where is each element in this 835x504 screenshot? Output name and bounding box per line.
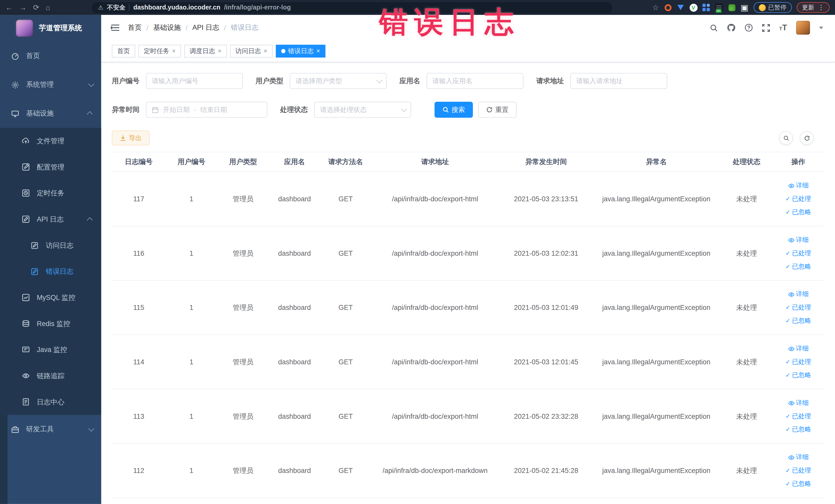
sidebar-item-label: 错误日志 [46,266,93,276]
sidebar-item-log-center[interactable]: 日志中心 [0,389,101,415]
cell-actions: 详细 ✓已处理 ✓已忽略 [774,452,823,488]
extension-icon-grid[interactable] [702,3,710,11]
tab-scheduled-tasks[interactable]: 定时任务 × [138,45,181,58]
sidebar-item-access-log[interactable]: 访问日志 [0,233,101,259]
app-name-input[interactable] [427,73,524,89]
sidebar-item-home[interactable]: 首页 [0,42,101,70]
tab-schedule-log[interactable]: 调度日志 × [184,45,227,58]
mark-processed-link[interactable]: ✓已处理 [786,249,811,258]
mark-processed-link[interactable]: ✓已处理 [786,194,811,203]
mark-processed-link[interactable]: ✓已处理 [786,412,811,421]
sidebar-item-config-management[interactable]: 配置管理 [0,154,101,180]
mark-ignored-link[interactable]: ✓已忽略 [786,316,811,325]
extension-icon-drop[interactable] [677,3,685,11]
browser-reload-icon[interactable]: ⟳ [33,4,39,11]
sidebar-item-redis-monitor[interactable]: Redis 监控 [0,311,101,337]
extension-icon-orange[interactable] [664,3,672,11]
breadcrumb-separator: / [186,24,188,32]
mark-processed-link[interactable]: ✓已处理 [786,466,811,475]
breadcrumb-home[interactable]: 首页 [128,23,142,32]
request-url-input[interactable] [570,73,667,89]
paused-badge[interactable]: 已暂停 [753,2,792,13]
mark-ignored-link[interactable]: ✓已忽略 [786,208,811,217]
security-warning-icon[interactable]: ⚠ [98,4,103,11]
sidebar-item-label: API 日志 [37,215,88,224]
user-type-select[interactable]: 请选择用户类型 [290,73,387,89]
detail-link[interactable]: 详细 [788,181,809,190]
refresh-table-button[interactable] [800,131,814,145]
mark-ignored-link[interactable]: ✓已忽略 [786,425,811,434]
breadcrumb-group[interactable]: API 日志 [192,23,219,32]
sidebar-item-system-management[interactable]: 系统管理 [0,70,101,99]
sidebar-item-label: 研发工具 [26,424,88,434]
reset-button[interactable]: 重置 [478,102,516,118]
export-button[interactable]: 导出 [112,130,150,145]
column-header-time: 异常发生时间 [499,157,593,167]
browser-forward-icon[interactable]: → [19,4,27,11]
tab-access-log[interactable]: 访问日志 × [230,45,272,58]
header-search-icon[interactable] [710,24,718,32]
sidebar-item-label: 文件管理 [37,136,93,146]
detail-link[interactable]: 详细 [788,344,809,353]
browser-back-icon[interactable]: ← [5,4,13,11]
cell-status: 未处理 [719,194,774,204]
mark-ignored-link[interactable]: ✓已忽略 [786,479,811,488]
help-icon[interactable] [745,23,753,32]
sidebar-logo-row[interactable]: 芋道管理系统 [0,15,101,42]
process-status-select[interactable]: 请选择处理状态 [314,102,411,118]
cloud-upload-icon [21,137,30,145]
sidebar-item-scheduled-tasks[interactable]: 定时任务 [0,180,101,206]
sidebar-item-label: 访问日志 [46,241,93,250]
sidebar-item-mysql-monitor[interactable]: MySQL 监控 [0,284,101,311]
avatar-caret-icon[interactable] [819,26,823,29]
bookmark-star-icon[interactable]: ☆ [652,4,659,11]
mark-ignored-link[interactable]: ✓已忽略 [786,262,811,271]
sidebar-item-file-management[interactable]: 文件管理 [0,128,101,154]
extension-icon-v[interactable]: V [690,3,697,11]
mark-ignored-link[interactable]: ✓已忽略 [786,371,811,380]
sidebar-item-api-log[interactable]: API 日志 [0,206,101,233]
tab-close-icon[interactable]: × [172,48,176,55]
tab-home[interactable]: 首页 [112,45,135,58]
sidebar-item-infrastructure[interactable]: 基础设施 [0,99,101,128]
user-id-input[interactable] [146,73,243,89]
tab-close-icon[interactable]: × [264,48,267,55]
mark-processed-link[interactable]: ✓已处理 [786,357,811,366]
cell-method: GET [320,249,371,257]
table-tools [779,131,823,145]
sidebar-item-dev-tools[interactable]: 研发工具 [0,415,101,444]
detail-link[interactable]: 详细 [788,236,809,244]
sidebar-item-trace[interactable]: 链路追踪 [0,363,101,389]
cell-user-type: 管理员 [217,248,269,258]
update-button[interactable]: 更新 ⋮ [797,2,830,13]
mark-processed-link[interactable]: ✓已处理 [786,303,811,312]
cell-user-type: 管理员 [217,303,269,312]
font-size-icon[interactable]: TT [779,23,787,32]
search-button[interactable]: 搜索 [434,102,473,118]
detail-link[interactable]: 详细 [788,399,809,407]
filter-user-id: 用户编号 [112,73,243,89]
address-bar[interactable]: ⚠ 不安全 dashboard.yudao.iocoder.cn /infra/… [91,2,612,13]
tab-error-log[interactable]: 错误日志 × [276,45,325,58]
hamburger-icon[interactable] [111,24,120,31]
breadcrumb-section[interactable]: 基础设施 [153,23,181,32]
avatar[interactable] [796,21,810,35]
fullscreen-icon[interactable] [762,24,770,32]
hide-search-button[interactable] [779,131,793,145]
detail-link[interactable]: 详细 [788,290,809,299]
tab-close-icon[interactable]: × [316,48,320,55]
sidebar-item-java-monitor[interactable]: Java 监控 [0,337,101,363]
table-row: 112 1 管理员 dashboard GET /api/infra/db-do… [112,444,823,498]
sidebar-item-error-log[interactable]: 错误日志 [0,258,101,284]
cell-time: 2021-05-02 21:45:28 [499,466,593,475]
tab-close-icon[interactable]: × [218,48,222,55]
detail-link[interactable]: 详细 [788,452,809,462]
exception-time-range-picker[interactable]: 开始日期 - 结束日期 [146,102,267,118]
extensions-puzzle-icon[interactable]: ▣ [740,3,749,11]
extension-icon-plant[interactable] [728,3,736,11]
github-icon[interactable] [727,23,736,32]
log-edit-icon [30,267,39,275]
extension-icon-on-switch[interactable] [715,3,723,11]
browser-menu-icon[interactable]: ⋮ [818,4,824,11]
browser-home-icon[interactable]: ⌂ [46,4,50,11]
